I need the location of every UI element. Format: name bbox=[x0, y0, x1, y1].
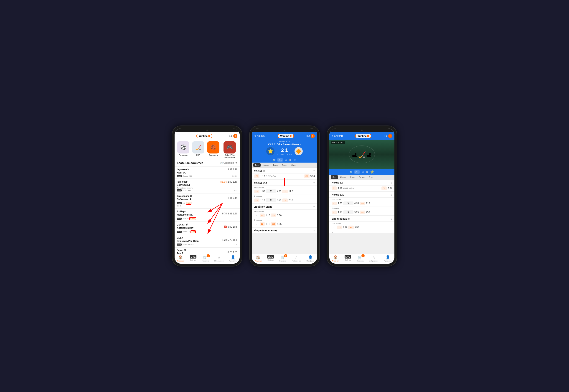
bet-section-header-double-3[interactable]: Двойной шанс ∨ bbox=[329, 216, 394, 222]
12-double-2p-2[interactable]: 12 bbox=[260, 222, 265, 226]
p2-val-outcome12-2: 5.34 bbox=[310, 175, 315, 178]
bet-section-header-outcome12-3[interactable]: Исход 12 ∨ bbox=[329, 180, 394, 185]
match-card-3[interactable]: Самсонова Л. Соболенко А. 1.61 2.19 LIVE… bbox=[175, 194, 240, 208]
x-1x2-osn-3[interactable]: Х bbox=[343, 201, 353, 205]
x2-double-2p-2[interactable]: Х2 bbox=[271, 222, 276, 226]
tab-total-3[interactable]: Тотал bbox=[357, 175, 366, 179]
add-btn-2[interactable]: + bbox=[311, 134, 315, 138]
nav-home-1[interactable]: 🏠 Главная bbox=[177, 255, 184, 262]
nav-profile-2[interactable]: 👤 Профиль bbox=[306, 255, 314, 262]
nav-cart-3[interactable]: 🛒 1 Корзина bbox=[357, 255, 364, 262]
nav-label-profile-3: Профиль bbox=[384, 260, 392, 262]
p2-1x2-osn-3[interactable]: П2 bbox=[360, 202, 365, 205]
winline-logo-1[interactable]: Winline bbox=[196, 134, 212, 138]
bet-section-header-1x2-3[interactable]: Исход 1Х2 ∨ bbox=[329, 192, 394, 197]
live-badge-1: LIVE bbox=[177, 175, 182, 177]
x2-double-osn-3[interactable]: Х2 bbox=[348, 225, 353, 229]
status-bar-1 bbox=[175, 128, 240, 132]
p1-1x2-2p-3[interactable]: П1 bbox=[332, 210, 337, 214]
p2-btn-outcome12-2[interactable]: П2 bbox=[304, 174, 309, 178]
p1-1x2-2p-2[interactable]: П1 bbox=[254, 198, 260, 202]
p1-1x2-osn-3[interactable]: П1 bbox=[332, 202, 337, 205]
match-card-5[interactable]: СКА С-Пб Автомобилист 2 5.00 10.8 LIVE 2… bbox=[175, 222, 240, 235]
home-icon-2: 🏠 bbox=[256, 255, 260, 259]
score-tab-bar-3: 📊 2:1 🖥 📋 ⭐ bbox=[329, 169, 394, 175]
tab-score-2[interactable]: Счет bbox=[290, 163, 298, 167]
bet-section-header-1x2-2[interactable]: Исход 1Х2 ∨ bbox=[252, 180, 317, 185]
add-btn-3[interactable]: + bbox=[388, 134, 392, 138]
sport-item-hockey[interactable]: 🏒 КХЛ bbox=[191, 141, 205, 158]
sport-item-football[interactable]: ⚽ Примера bbox=[176, 141, 190, 158]
bet-section-double-3: Двойной шанс ∨ Осн. время - 12 1.18 Х2 3… bbox=[329, 216, 394, 233]
period-label-1x2-osn-3: Осн. время bbox=[329, 197, 394, 201]
x-1x2-2p-3[interactable]: Х bbox=[343, 210, 353, 214]
tab-handicap-3[interactable]: Фора bbox=[348, 175, 357, 179]
p2-1x2-osn-2[interactable]: П2 bbox=[282, 190, 288, 193]
p1-btn-outcome12-3[interactable]: П1 bbox=[332, 186, 337, 190]
p1-btn-outcome12-2[interactable]: П1 bbox=[254, 174, 260, 178]
p2-1x2-2p-2[interactable]: П2 bbox=[282, 198, 288, 202]
12-double-osn-2[interactable]: 12 bbox=[260, 213, 265, 217]
nav-cart-1[interactable]: 🛒 1 Корзина bbox=[202, 255, 209, 262]
p2-1x2-2p-3[interactable]: П2 bbox=[360, 210, 365, 214]
match-card-7[interactable]: Гиртс М. Тим Д. 6.29 1.05 LIVE 1 сет +32… bbox=[175, 248, 240, 254]
match-card-4[interactable]: Ак Барс Металлург Мг. 5.75 3.65 1.60 LIV… bbox=[175, 209, 240, 222]
tab-total-2[interactable]: Тотал bbox=[280, 163, 289, 167]
p1-1x2-osn-2[interactable]: П1 bbox=[254, 190, 260, 193]
back-btn-3[interactable]: < Хоккей bbox=[332, 134, 343, 138]
back-header-2: < Хоккей Winline 0 ₽ + bbox=[252, 132, 317, 140]
tab-outcome-2[interactable]: Исход bbox=[261, 163, 270, 167]
x2-double-osn-2[interactable]: Х2 bbox=[271, 213, 276, 217]
header-left-1: ☰ bbox=[177, 134, 180, 138]
nav-live-3[interactable]: LIVE Сейчас bbox=[345, 255, 351, 262]
match-card-6[interactable]: ЦСКА Куньлунь Ред Стар 1.20 5.75 15.8 LI… bbox=[175, 235, 240, 247]
score-tab-current-3[interactable]: 2:1 bbox=[354, 170, 360, 174]
sport-item-esports[interactable]: 🎮 Dota 2 The International bbox=[221, 141, 238, 158]
tab-all-3[interactable]: Все bbox=[331, 175, 338, 179]
winline-logo-3[interactable]: Winline bbox=[355, 134, 371, 138]
nav-fav-1[interactable]: ☆ Избранное bbox=[214, 255, 224, 262]
p2-btn-outcome12-3[interactable]: П2 bbox=[381, 186, 387, 190]
bet-section-fora-2: Фора (осн. время) ∨ bbox=[252, 228, 317, 233]
section-filter-1[interactable]: 🕐 Основные ▼ bbox=[220, 162, 237, 164]
match-card-1[interactable]: Фучович М. Жанг Ж. 3.87 1.18 LIVE Прерв bbox=[175, 167, 240, 179]
nav-home-2[interactable]: 🏠 Главная bbox=[255, 255, 262, 262]
bet-section-header-double-2[interactable]: Двойной шанс ∨ bbox=[252, 204, 317, 210]
bet-section-outcome12-2: Исход 12 ∨ П1 1.12 С ОТ и бул. П2 5.34 bbox=[252, 168, 317, 179]
tab-all-2[interactable]: Все bbox=[253, 163, 261, 167]
back-btn-2[interactable]: < Хоккей bbox=[254, 134, 265, 138]
nav-home-3[interactable]: 🏠 Главная bbox=[332, 255, 339, 262]
nav-profile-3[interactable]: 👤 Профиль bbox=[384, 255, 392, 262]
star-btn-3[interactable]: ⭐ bbox=[370, 170, 374, 174]
nav-label-profile-2: Профиль bbox=[306, 260, 314, 262]
nav-fav-3[interactable]: ☆ Избранное bbox=[369, 255, 379, 262]
nav-live-1[interactable]: LIVE Сейчас bbox=[190, 255, 197, 262]
tab-handicap-2[interactable]: Фора bbox=[271, 163, 279, 167]
12-double-osn-3[interactable]: 12 bbox=[337, 225, 342, 229]
bet-section-1x2-2: Исход 1Х2 ∨ Осн. время П1 1.30 Х 4.95 П2… bbox=[252, 180, 317, 203]
bet-section-header-fora-2[interactable]: Фора (осн. время) ∨ bbox=[252, 228, 317, 233]
star-btn-2[interactable]: ☆ bbox=[293, 158, 296, 162]
match-card-2[interactable]: Ганновер Боруссия Д М 2.5 б 2.00 1.80 То… bbox=[175, 179, 240, 193]
outcome12-title-2: Исход 12 bbox=[254, 169, 265, 172]
live-badge-2: LIVE bbox=[177, 189, 182, 191]
add-balance-btn[interactable]: + bbox=[233, 134, 237, 138]
tab-outcome-3[interactable]: Исход bbox=[338, 175, 348, 179]
mid-label-outcome12-3: С ОТ и бул. bbox=[343, 187, 380, 189]
menu-icon[interactable]: ☰ bbox=[177, 134, 180, 138]
odd-highlight-2: М 2.5 б bbox=[220, 181, 227, 183]
winline-dot-3 bbox=[367, 135, 369, 137]
section-header-1: Главные события 🕐 Основные ▼ bbox=[175, 160, 240, 166]
winline-logo-2[interactable]: Winline bbox=[278, 134, 294, 138]
x-1x2-2p-2[interactable]: Х bbox=[266, 198, 276, 202]
nav-live-2[interactable]: LIVE Сейчас bbox=[267, 255, 274, 262]
nav-fav-2[interactable]: ☆ Избранное bbox=[292, 255, 301, 262]
nav-profile-1[interactable]: 👤 Профиль bbox=[229, 255, 237, 262]
sport-item-basketball[interactable]: 🏀 Евролига bbox=[206, 141, 220, 158]
x-1x2-osn-2[interactable]: Х bbox=[266, 189, 276, 193]
tab-score-3[interactable]: Счет bbox=[367, 175, 375, 179]
nav-cart-2[interactable]: 🛒 1 Корзина bbox=[279, 255, 286, 262]
score-tab-current-2[interactable]: 2:1 bbox=[277, 158, 283, 162]
sport-icon-esports: 🎮 bbox=[223, 141, 236, 154]
bet-section-header-outcome12-2[interactable]: Исход 12 ∨ bbox=[252, 168, 317, 173]
